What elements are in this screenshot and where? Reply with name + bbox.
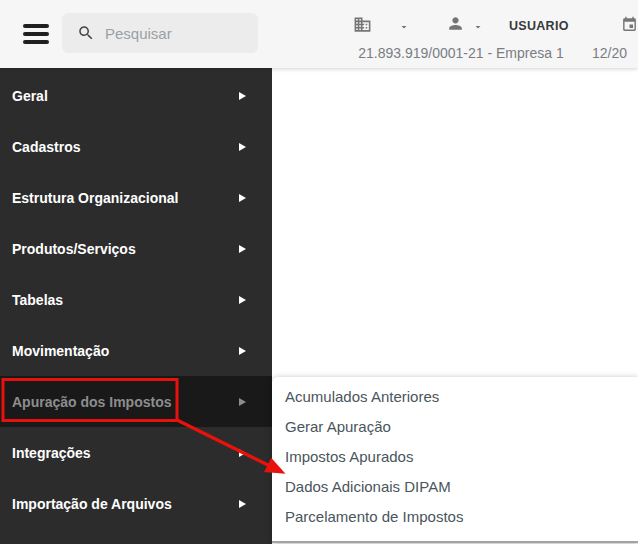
- sidebar-menu: Geral Cadastros Estrutura Organizacional…: [0, 68, 272, 544]
- search-box[interactable]: [62, 13, 258, 53]
- chevron-right-icon: [239, 92, 246, 100]
- chevron-right-icon: [239, 194, 246, 202]
- sidebar-item-label: Integrações: [12, 445, 91, 461]
- topbar: USUARIO 21.893.919/0001-21 - Empresa 1 1…: [0, 0, 638, 68]
- sidebar-item-apuracao-dos-impostos[interactable]: Apuração dos Impostos: [0, 376, 272, 427]
- sidebar-item-label: Produtos/Serviços: [12, 241, 136, 257]
- chevron-right-icon: [239, 449, 246, 457]
- submenu-item-acumulados-anteriores[interactable]: Acumulados Anteriores: [272, 382, 638, 412]
- caret-down-icon[interactable]: [472, 21, 484, 33]
- hamburger-icon: [23, 32, 49, 36]
- sidebar-item-estrutura-organizacional[interactable]: Estrutura Organizacional: [0, 172, 272, 223]
- sidebar-item-importacao-de-arquivos[interactable]: Importação de Arquivos: [0, 478, 272, 529]
- sidebar-item-label: Importação de Arquivos: [12, 496, 172, 512]
- search-input[interactable]: [103, 24, 247, 43]
- chevron-right-icon: [239, 398, 246, 406]
- search-icon: [77, 24, 95, 42]
- submenu-apuracao-dos-impostos: Acumulados Anteriores Gerar Apuração Imp…: [272, 377, 638, 543]
- submenu-item-parcelamento-de-impostos[interactable]: Parcelamento de Impostos: [272, 502, 638, 532]
- company-label: 21.893.919/0001-21 - Empresa 1: [352, 45, 570, 61]
- sidebar-item-label: Estrutura Organizacional: [12, 190, 178, 206]
- user-label: USUARIO: [509, 19, 569, 33]
- chevron-right-icon: [239, 143, 246, 151]
- building-icon[interactable]: [353, 15, 372, 34]
- calendar-icon[interactable]: [621, 16, 638, 33]
- chevron-right-icon: [239, 500, 246, 508]
- hamburger-menu-button[interactable]: [23, 24, 49, 44]
- sidebar-item-label: Cadastros: [12, 139, 80, 155]
- sidebar-item-label: Tabelas: [12, 292, 63, 308]
- sidebar-item-movimentacao[interactable]: Movimentação: [0, 325, 272, 376]
- sidebar-item-produtos-servicos[interactable]: Produtos/Serviços: [0, 223, 272, 274]
- sidebar-item-label: Movimentação: [12, 343, 109, 359]
- chevron-right-icon: [239, 245, 246, 253]
- chevron-right-icon: [239, 347, 246, 355]
- submenu-item-gerar-apuracao[interactable]: Gerar Apuração: [272, 412, 638, 442]
- sidebar-item-geral[interactable]: Geral: [0, 70, 272, 121]
- sidebar-item-label: Geral: [12, 88, 48, 104]
- hamburger-icon: [23, 24, 49, 28]
- submenu-item-impostos-apurados[interactable]: Impostos Apurados: [272, 442, 638, 472]
- hamburger-icon: [23, 40, 49, 44]
- sidebar-item-integracoes[interactable]: Integrações: [0, 427, 272, 478]
- submenu-item-dados-adicionais-dipam[interactable]: Dados Adicionais DIPAM: [272, 472, 638, 502]
- sidebar-item-cadastros[interactable]: Cadastros: [0, 121, 272, 172]
- person-icon[interactable]: [446, 14, 465, 33]
- sidebar-item-label: Apuração dos Impostos: [12, 394, 171, 410]
- period-label: 12/20: [592, 45, 627, 61]
- chevron-right-icon: [239, 296, 246, 304]
- caret-down-icon[interactable]: [398, 21, 410, 33]
- sidebar-item-tabelas[interactable]: Tabelas: [0, 274, 272, 325]
